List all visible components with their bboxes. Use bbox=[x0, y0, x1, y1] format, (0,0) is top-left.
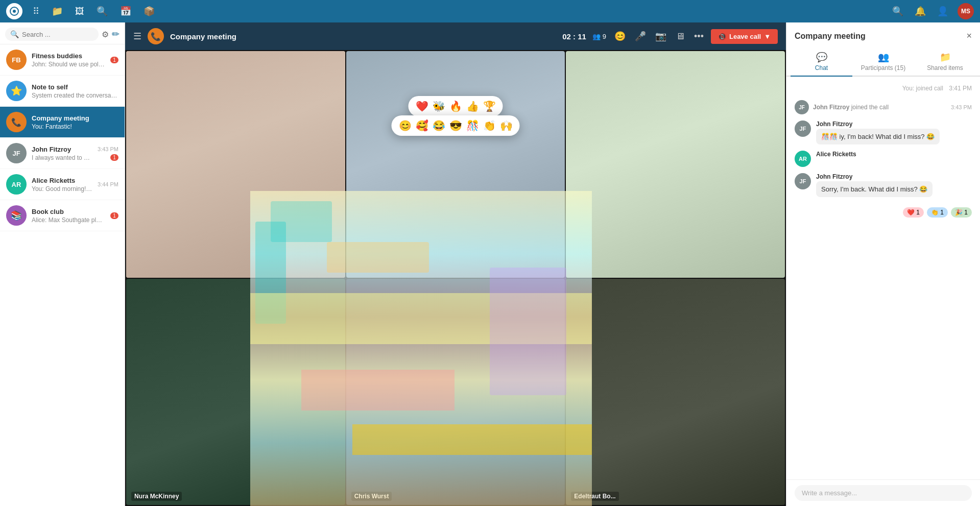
new-chat-icon[interactable]: ✏ bbox=[112, 29, 119, 40]
emoji-thumbsup[interactable]: 👍 bbox=[465, 99, 480, 113]
dropdown-icon: ▼ bbox=[764, 33, 771, 40]
list-item[interactable]: FB Fitness buddies John: Should we use p… bbox=[0, 44, 125, 76]
reaction-row: ❤️ 1 👏 1 🎉 1 bbox=[795, 207, 972, 218]
emoji-fire[interactable]: 🔥 bbox=[448, 99, 463, 113]
conv-badge: 1 bbox=[110, 57, 118, 63]
call-avatar: 📞 bbox=[148, 28, 164, 44]
menu-icon[interactable]: ☰ bbox=[133, 31, 141, 42]
tab-shared-items[interactable]: 📁 Shared items bbox=[914, 47, 976, 77]
emoji-cool[interactable]: 😎 bbox=[448, 118, 463, 133]
phone-icon: 📵 bbox=[718, 33, 726, 40]
video-cell bbox=[566, 51, 785, 278]
chat-message: AR Alice Ricketts bbox=[795, 151, 972, 167]
list-item[interactable]: 📚 Book club Alice: Max Southgate plea...… bbox=[0, 200, 125, 231]
call-controls: 😊 🎤 📷 🖥 ••• 📵 Leave call ▼ bbox=[612, 29, 778, 44]
nav-icon-dashboard[interactable]: ⠿ bbox=[31, 4, 41, 19]
conv-time: 3:43 PM bbox=[98, 146, 118, 152]
emoji-clap[interactable]: 👏 bbox=[482, 118, 497, 133]
nav-icon-calendar[interactable]: 📅 bbox=[118, 4, 133, 19]
emoji-laugh[interactable]: 😂 bbox=[432, 118, 446, 133]
chat-tabs: 💬 Chat 👥 Participants (15) 📁 Shared item… bbox=[786, 47, 980, 77]
tab-chat[interactable]: 💬 Chat bbox=[791, 47, 852, 77]
message-sender: John Fitzroy bbox=[816, 173, 972, 180]
emoji-react-icon[interactable]: 😊 bbox=[612, 29, 628, 44]
close-chat-panel-button[interactable]: × bbox=[966, 31, 972, 41]
emoji-party[interactable]: 🎊 bbox=[465, 118, 480, 133]
notifications-icon[interactable]: 🔔 bbox=[913, 4, 928, 19]
search-input[interactable] bbox=[22, 31, 93, 38]
list-item[interactable]: ⭐ Note to self System created the conver… bbox=[0, 76, 125, 107]
reaction-badge[interactable]: ❤️ 1 bbox=[903, 207, 924, 218]
avatar: JF bbox=[795, 173, 811, 189]
mute-icon[interactable]: 🎤 bbox=[633, 29, 648, 44]
nav-icon-photos[interactable]: 🖼 bbox=[73, 4, 86, 19]
avatar: AR bbox=[795, 151, 811, 167]
tab-participants[interactable]: 👥 Participants (15) bbox=[852, 47, 914, 77]
participants-tab-label: Participants (15) bbox=[861, 64, 905, 71]
participant-name: Nura McKinney bbox=[131, 492, 182, 501]
screen-share-icon[interactable]: 🖥 bbox=[674, 29, 687, 44]
chat-messages: You: joined call 3:41 PM JF John Fitzroy… bbox=[786, 77, 980, 479]
conv-preview: John: Should we use polls? bbox=[32, 61, 105, 68]
nav-icon-inbox[interactable]: 📦 bbox=[141, 4, 157, 19]
conv-name: John Fitzroy bbox=[32, 146, 92, 153]
filter-icon[interactable]: ⚙ bbox=[102, 30, 109, 39]
list-item[interactable]: 📞 Company meeting You: Fantastic! bbox=[0, 107, 125, 138]
app-logo[interactable] bbox=[6, 3, 22, 19]
message-bubble: 🎊🎊 iy, I'm back! What did I miss? 😂 bbox=[816, 129, 940, 144]
message-sender: John Fitzroy bbox=[816, 121, 972, 128]
conv-preview: I always wanted to say, ho... bbox=[32, 154, 92, 161]
message-sender: Alice Ricketts bbox=[816, 151, 972, 158]
emoji-trophy[interactable]: 🏆 bbox=[482, 99, 497, 113]
emoji-raise[interactable]: 🙌 bbox=[499, 118, 514, 133]
emoji-heart[interactable]: ❤️ bbox=[415, 99, 429, 113]
reaction-badge[interactable]: 👏 1 bbox=[927, 207, 948, 218]
chat-input-area: Write a message... bbox=[786, 479, 980, 506]
avatar: FB bbox=[6, 50, 27, 70]
main-layout: 🔍 ⚙ ✏ FB Fitness buddies John: Should we… bbox=[0, 22, 980, 506]
avatar: 📞 bbox=[6, 112, 27, 132]
user-avatar[interactable]: MS bbox=[958, 3, 974, 19]
conv-preview: You: Fantastic! bbox=[32, 123, 118, 130]
avatar: ⭐ bbox=[6, 81, 27, 101]
conv-badge: 1 bbox=[110, 154, 118, 161]
emoji-heart-eyes[interactable]: 🥰 bbox=[415, 118, 429, 133]
call-title: Company meeting bbox=[170, 32, 556, 41]
camera-icon[interactable]: 📷 bbox=[653, 29, 668, 44]
chat-panel-header: Company meeting × bbox=[786, 22, 980, 41]
conv-preview: Alice: Max Southgate plea... bbox=[32, 216, 105, 224]
more-options-icon[interactable]: ••• bbox=[692, 29, 706, 44]
avatar: JF bbox=[795, 121, 811, 137]
search-bar: 🔍 ⚙ ✏ bbox=[0, 22, 125, 44]
nav-right: 🔍 🔔 👤 MS bbox=[890, 3, 974, 19]
conv-time: 3:44 PM bbox=[98, 181, 118, 187]
avatar: JF bbox=[795, 100, 809, 114]
system-message: You: joined call 3:41 PM bbox=[795, 83, 972, 94]
participants-icon: 👥 bbox=[592, 33, 601, 40]
join-text: John Fitzroy joined the call bbox=[813, 104, 889, 111]
svg-point-1 bbox=[13, 10, 16, 13]
search-input-wrap[interactable]: 🔍 bbox=[5, 28, 99, 41]
call-area-wrapper: ☰ 📞 Company meeting 02 : 11 👥 9 😊 🎤 📷 🖥 … bbox=[125, 22, 786, 506]
conv-name: Alice Ricketts bbox=[32, 177, 92, 184]
contacts-icon[interactable]: 👤 bbox=[935, 4, 950, 19]
message-text: Sorry, I'm back. What did I miss? 😂 bbox=[821, 185, 927, 193]
list-item[interactable]: JF John Fitzroy I always wanted to say, … bbox=[0, 138, 125, 169]
global-search-icon[interactable]: 🔍 bbox=[890, 4, 905, 19]
emoji-smile[interactable]: 😊 bbox=[398, 118, 413, 133]
emoji-bee[interactable]: 🐝 bbox=[432, 99, 446, 113]
avatar: JF bbox=[6, 143, 27, 163]
conv-preview: System created the conversation bbox=[32, 92, 118, 99]
list-item[interactable]: AR Alice Ricketts You: Good morning! Any… bbox=[0, 169, 125, 200]
reaction-badge[interactable]: 🎉 1 bbox=[951, 207, 972, 218]
nav-icon-files[interactable]: 📁 bbox=[50, 4, 65, 19]
shared-tab-icon: 📁 bbox=[940, 52, 951, 63]
conv-name: Note to self bbox=[32, 83, 118, 91]
leave-call-button[interactable]: 📵 Leave call ▼ bbox=[711, 29, 778, 44]
emoji-reaction-bar: ❤️ 🐝 🔥 👍 🏆 bbox=[409, 96, 503, 116]
glitch-area bbox=[250, 191, 592, 506]
nav-icon-search[interactable]: 🔍 bbox=[94, 4, 110, 19]
conv-name: Book club bbox=[32, 208, 105, 215]
message-bubble: Sorry, I'm back. What did I miss? 😂 bbox=[816, 181, 933, 197]
chat-input[interactable]: Write a message... bbox=[795, 485, 972, 501]
